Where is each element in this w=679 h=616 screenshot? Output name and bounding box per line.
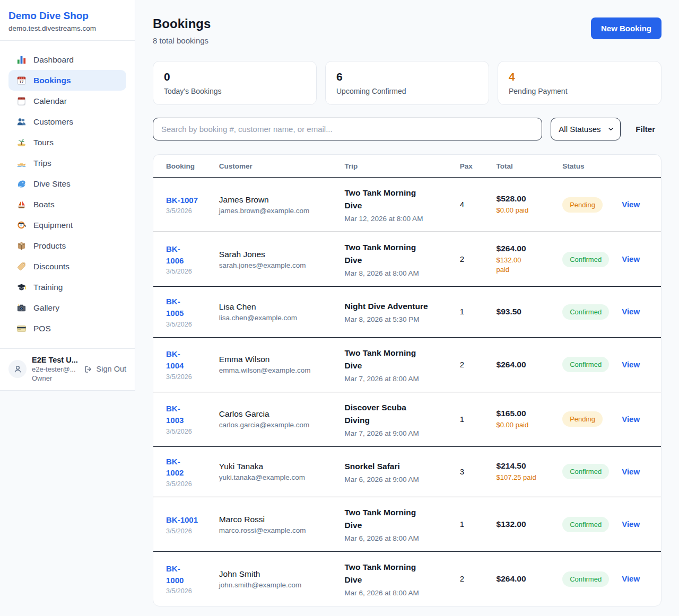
sidebar-item-bookings[interactable]: Bookings: [8, 70, 126, 91]
search-input[interactable]: [153, 118, 542, 140]
trip-cell: Two Tank Morning Dive Mar 6, 2026 at 8:0…: [338, 552, 454, 606]
booking-id-link[interactable]: BK-1005: [166, 296, 187, 319]
sidebar-item-dashboard[interactable]: Dashboard: [8, 49, 126, 70]
sidebar-item-customers[interactable]: Customers: [8, 111, 126, 132]
customer-name: Sarah Jones: [219, 250, 332, 259]
sidebar-item-label: Dashboard: [33, 55, 74, 65]
column-header-pax: Pax: [454, 155, 490, 178]
sidebar-item-equipment[interactable]: Equipment: [8, 215, 126, 235]
sidebar: Demo Dive Shop demo.test.divestreams.com…: [0, 0, 135, 391]
sidebar-item-calendar[interactable]: Calendar: [8, 91, 126, 111]
stats-row: 0 Today's Bookings 6 Upcoming Confirmed …: [153, 61, 661, 105]
shop-domain: demo.test.divestreams.com: [8, 24, 126, 32]
action-cell: View: [615, 497, 661, 552]
booking-cell: BK-1000 3/5/2026: [153, 552, 213, 606]
booking-date: 3/5/2026: [166, 527, 206, 535]
sign-out-icon: [84, 365, 93, 374]
status-badge: Confirmed: [562, 304, 609, 320]
stat-card: 0 Today's Bookings: [153, 61, 317, 105]
booking-cell: BK-1005 3/5/2026: [153, 287, 213, 338]
bar-chart-icon: [16, 55, 27, 65]
sidebar-item-label: Dive Sites: [33, 179, 71, 189]
sidebar-item-pos[interactable]: POS: [8, 318, 126, 339]
trip-name: Snorkel Safari: [345, 460, 431, 473]
total-cell: $165.00 $0.00 paid: [490, 392, 556, 446]
sidebar-item-discounts[interactable]: Discounts: [8, 256, 126, 277]
sidebar-item-products[interactable]: Products: [8, 235, 126, 256]
person-icon: [13, 364, 23, 374]
sidebar-item-dive-sites[interactable]: Dive Sites: [8, 173, 126, 194]
booking-id-link[interactable]: BK-1007: [166, 195, 198, 206]
booking-id-link[interactable]: BK-1002: [166, 456, 187, 479]
booking-date: 3/5/2026: [166, 373, 206, 381]
status-cell: Confirmed: [556, 446, 615, 497]
view-link[interactable]: View: [622, 254, 640, 263]
status-cell: Confirmed: [556, 497, 615, 552]
trip-datetime: Mar 7, 2026 at 9:00 AM: [345, 429, 447, 437]
bookings-table: BookingCustomerTripPaxTotalStatus BK-100…: [153, 155, 661, 606]
sidebar-item-tours[interactable]: Tours: [8, 132, 126, 153]
sidebar-item-gallery[interactable]: Gallery: [8, 297, 126, 318]
speedboat-icon: [16, 158, 27, 168]
view-link[interactable]: View: [622, 467, 640, 476]
booking-id-link[interactable]: BK-1000: [166, 563, 187, 586]
tag-icon: [16, 261, 27, 271]
trip-name: Two Tank Morning Dive: [345, 241, 431, 267]
view-link[interactable]: View: [622, 415, 640, 424]
trip-datetime: Mar 12, 2026 at 8:00 AM: [345, 215, 447, 223]
booking-id-link[interactable]: BK-1003: [166, 403, 187, 426]
sidebar-item-trips[interactable]: Trips: [8, 153, 126, 173]
view-link[interactable]: View: [622, 520, 640, 529]
booking-id-link[interactable]: BK-1004: [166, 348, 187, 372]
sidebar-item-training[interactable]: Training: [8, 277, 126, 297]
total-bookings-count: 8 total bookings: [153, 36, 211, 45]
booking-id-link[interactable]: BK-1006: [166, 243, 187, 267]
booking-date: 3/5/2026: [166, 207, 206, 215]
view-link[interactable]: View: [622, 200, 640, 209]
status-badge: Pending: [562, 197, 603, 213]
pax-cell: 1: [454, 287, 490, 338]
view-link[interactable]: View: [622, 360, 640, 369]
status-cell: Pending: [556, 392, 615, 446]
page-header: Bookings 8 total bookings New Booking: [153, 16, 661, 45]
sidebar-item-boats[interactable]: Boats: [8, 194, 126, 215]
trip-name: Two Tank Morning Dive: [345, 347, 431, 372]
trip-datetime: Mar 6, 2026 at 8:00 AM: [345, 534, 447, 542]
action-cell: View: [615, 337, 661, 392]
sidebar-item-label: Equipment: [33, 221, 73, 230]
trip-datetime: Mar 8, 2026 at 5:30 PM: [345, 315, 447, 323]
sidebar-nav: Dashboard Bookings Calendar Customers To…: [0, 40, 135, 344]
pax-value: 3: [460, 467, 464, 476]
status-badge: Pending: [562, 411, 603, 427]
sign-out-label: Sign Out: [97, 365, 126, 373]
status-cell: Confirmed: [556, 552, 615, 606]
total-cell: $264.00: [490, 337, 556, 392]
status-filter-select[interactable]: All Statuses: [551, 118, 621, 140]
pax-value: 2: [460, 574, 464, 583]
customer-name: Carlos Garcia: [219, 409, 332, 419]
user-info: E2E Test U... e2e-tester@... Owner: [32, 356, 79, 382]
trip-name: Two Tank Morning Dive: [345, 187, 431, 212]
trip-name: Two Tank Morning Dive: [345, 561, 431, 586]
booking-date: 3/5/2026: [166, 268, 206, 275]
new-booking-button[interactable]: New Booking: [591, 17, 661, 39]
view-link[interactable]: View: [622, 574, 640, 583]
status-cell: Confirmed: [556, 337, 615, 392]
pax-cell: 3: [454, 446, 490, 497]
sidebar-item-label: Bookings: [33, 76, 71, 85]
sign-out-button[interactable]: Sign Out: [84, 365, 126, 374]
customer-cell: Marco Rossi marco.rossi@example.com: [213, 497, 338, 552]
sailboat-icon: [16, 199, 27, 209]
trip-cell: Discover Scuba Diving Mar 7, 2026 at 9:0…: [338, 392, 454, 446]
view-link[interactable]: View: [622, 307, 640, 316]
total-amount: $132.00: [497, 520, 550, 529]
sidebar-item-label: Trips: [33, 159, 51, 168]
column-header-booking: Booking: [153, 155, 213, 178]
column-header-trip: Trip: [338, 155, 454, 178]
action-cell: View: [615, 287, 661, 338]
total-amount: $264.00: [497, 360, 550, 369]
user-role: Owner: [32, 374, 79, 382]
booking-id-link[interactable]: BK-1001: [166, 514, 198, 526]
avatar: [8, 360, 27, 378]
filter-button[interactable]: Filter: [629, 125, 661, 134]
